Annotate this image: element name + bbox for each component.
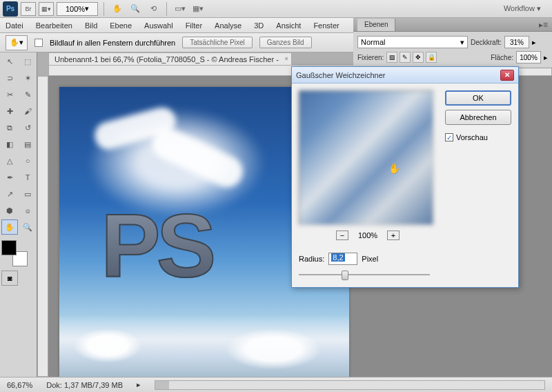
radius-unit: Pixel xyxy=(362,255,378,263)
arrange-icon[interactable]: ▭▾ xyxy=(172,2,188,16)
lock-label: Fixieren: xyxy=(357,54,384,61)
path-tool-icon[interactable]: ↗ xyxy=(1,186,18,202)
ok-button[interactable]: OK xyxy=(445,90,511,106)
lock-transparent-icon[interactable]: ▧ xyxy=(386,52,397,63)
grid-icon[interactable]: ▦▾ xyxy=(190,2,206,16)
cancel-button[interactable]: Abbrechen xyxy=(445,110,511,125)
tool-preset-picker[interactable]: ✋▾ xyxy=(6,35,28,50)
quickselect-tool-icon[interactable]: ✶ xyxy=(19,70,36,86)
menu-bearbeiten[interactable]: Bearbeiten xyxy=(36,21,72,30)
layers-panel: Ebenen ▸≡ Normal▾ Deckkraft: 31% ▸ Fixie… xyxy=(353,18,552,68)
opacity-input[interactable]: 31% xyxy=(504,36,529,48)
screen-mode-button[interactable]: ▦▾ xyxy=(39,2,54,16)
camera-tool-icon[interactable]: ⌾ xyxy=(19,203,36,218)
fit-screen-button[interactable]: Ganzes Bild xyxy=(259,37,312,48)
heal-tool-icon[interactable]: ✚ xyxy=(1,104,18,119)
marquee-tool-icon[interactable]: ⬚ xyxy=(19,54,36,69)
history-brush-tool-icon[interactable]: ↺ xyxy=(19,120,36,135)
color-swatches[interactable] xyxy=(1,240,28,266)
lock-position-icon[interactable]: ✥ xyxy=(413,52,424,63)
bridge-button[interactable]: Br xyxy=(21,2,36,16)
menu-bild[interactable]: Bild xyxy=(85,21,97,30)
shape-tool-icon[interactable]: ▭ xyxy=(19,186,36,202)
3d-tool-icon[interactable]: ⬢ xyxy=(1,203,18,218)
zoom-level-dropdown[interactable]: 100% ▾ xyxy=(57,2,98,16)
horizontal-scrollbar[interactable] xyxy=(155,380,545,390)
workspace-dropdown[interactable]: Workflow ▾ xyxy=(495,3,549,14)
vertical-ruler xyxy=(37,76,48,377)
dodge-tool-icon[interactable]: ○ xyxy=(19,153,36,168)
opacity-flyout-icon[interactable]: ▸ xyxy=(532,38,536,47)
app-header: Ps Br ▦▾ 100% ▾ ✋ 🔍 ⟲ ▭▾ ▦▾ Workflow ▾ xyxy=(0,0,552,18)
crop-tool-icon[interactable]: ✂ xyxy=(1,87,18,102)
dialog-close-button[interactable]: ✕ xyxy=(500,70,514,81)
actual-pixels-button[interactable]: Tatsächliche Pixel xyxy=(182,37,252,48)
menu-analyse[interactable]: Analyse xyxy=(215,21,241,30)
menu-fenster[interactable]: Fenster xyxy=(313,21,339,30)
brush-tool-icon[interactable]: 🖌 xyxy=(19,104,36,119)
canvas-text-layer: PS xyxy=(101,194,212,297)
rotate-icon[interactable]: ⟲ xyxy=(146,2,161,16)
foreground-color-swatch[interactable] xyxy=(1,240,17,255)
layers-tab[interactable]: Ebenen xyxy=(357,19,395,31)
blur-tool-icon[interactable]: △ xyxy=(1,153,18,168)
type-tool-icon[interactable]: T xyxy=(19,170,36,185)
menu-ansicht[interactable]: Ansicht xyxy=(276,21,301,30)
status-flyout-icon[interactable]: ▸ xyxy=(137,380,141,389)
hand-cursor-icon: ✋ xyxy=(388,163,400,174)
status-zoom[interactable]: 66,67% xyxy=(7,381,32,389)
dialog-title: Gaußscher Weichzeichner xyxy=(296,71,385,79)
preview-zoom-level: 100% xyxy=(358,231,377,239)
hand-tool-icon[interactable]: ✋ xyxy=(1,219,18,235)
document-tab[interactable]: Unbenannt-1 bei 66,7% (Fotolia_7708050_S… xyxy=(48,52,292,65)
lock-pixels-icon[interactable]: ✎ xyxy=(400,52,411,63)
pen-tool-icon[interactable]: ✒ xyxy=(1,170,18,185)
radius-slider[interactable] xyxy=(299,269,430,280)
preview-label: Vorschau xyxy=(456,133,488,141)
panel-menu-icon[interactable]: ▸≡ xyxy=(539,20,548,30)
zoom-in-button[interactable]: + xyxy=(387,231,400,240)
status-bar: 66,67% Dok: 1,37 MB/7,39 MB ▸ xyxy=(0,377,552,392)
fill-input[interactable]: 100% xyxy=(516,51,541,63)
slider-thumb[interactable] xyxy=(342,271,348,280)
menu-3d[interactable]: 3D xyxy=(254,21,264,30)
blend-mode-dropdown[interactable]: Normal▾ xyxy=(357,36,468,48)
menu-auswahl[interactable]: Auswahl xyxy=(144,21,173,30)
close-tab-icon[interactable]: × xyxy=(285,55,288,62)
fill-flyout-icon[interactable]: ▸ xyxy=(544,53,548,62)
zoom-out-button[interactable]: − xyxy=(336,231,348,240)
dialog-titlebar[interactable]: Gaußscher Weichzeichner ✕ xyxy=(292,67,518,84)
opacity-label: Deckkraft: xyxy=(471,39,502,46)
stamp-tool-icon[interactable]: ⧉ xyxy=(1,120,18,135)
move-tool-icon[interactable]: ↖ xyxy=(1,54,18,69)
eyedropper-tool-icon[interactable]: ✎ xyxy=(19,87,36,102)
preview-checkbox[interactable]: ✓ xyxy=(445,133,453,141)
menu-ebene[interactable]: Ebene xyxy=(110,21,132,30)
photoshop-logo: Ps xyxy=(3,1,18,17)
zoom-icon[interactable]: 🔍 xyxy=(128,2,143,16)
gradient-tool-icon[interactable]: ▤ xyxy=(19,137,36,152)
radius-label: Radius: xyxy=(299,255,324,263)
tools-panel: ↖ ⬚ ⊃ ✶ ✂ ✎ ✚ 🖌 ⧉ ↺ ◧ ▤ △ ○ ✒ T ↗ ▭ ⬢ ⌾ … xyxy=(0,52,37,377)
radius-input[interactable]: 8,2 xyxy=(328,253,357,265)
gaussian-blur-dialog: Gaußscher Weichzeichner ✕ ✋ − 100% + Rad… xyxy=(291,66,519,288)
scroll-all-checkbox[interactable] xyxy=(34,39,43,47)
menu-datei[interactable]: Datei xyxy=(6,21,23,30)
status-docsize: Dok: 1,37 MB/7,39 MB xyxy=(46,381,123,389)
lasso-tool-icon[interactable]: ⊃ xyxy=(1,70,18,86)
eraser-tool-icon[interactable]: ◧ xyxy=(1,137,18,152)
zoom-tool-icon[interactable]: 🔍 xyxy=(19,219,36,235)
menu-filter[interactable]: Filter xyxy=(186,21,202,30)
lock-all-icon[interactable]: 🔒 xyxy=(426,52,437,63)
hand-icon[interactable]: ✋ xyxy=(110,2,125,16)
fill-label: Fläche: xyxy=(491,54,513,61)
quickmask-toggle[interactable]: ◙ xyxy=(1,271,18,286)
scroll-all-label: Bildlauf in allen Fenstern durchführen xyxy=(50,39,175,47)
filter-preview[interactable] xyxy=(299,90,433,225)
